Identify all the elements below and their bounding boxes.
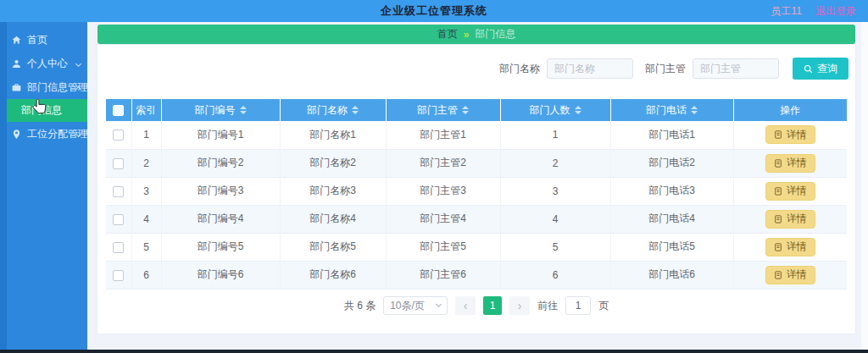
scrollbar[interactable] (861, 22, 868, 353)
next-page-button[interactable]: › (509, 296, 530, 315)
dept-name-input[interactable] (547, 58, 633, 79)
cell-dept-name: 部门名称5 (280, 233, 386, 261)
cell-index: 3 (131, 177, 161, 205)
window-bottom-edge (0, 350, 868, 353)
row-checkbox[interactable] (113, 158, 124, 169)
row-checkbox[interactable] (113, 270, 124, 281)
cell-manager: 部门主管1 (386, 121, 500, 149)
cell-phone: 部门电话5 (610, 233, 733, 261)
row-checkbox[interactable] (113, 214, 124, 225)
location-pin-icon (11, 129, 22, 140)
page-size-value: 10条/页 (390, 299, 425, 313)
sort-icon[interactable] (462, 106, 469, 114)
table-row: 1 部门编号1 部门名称1 部门主管1 1 部门电话1 详情 (106, 121, 847, 149)
goto-label: 前往 (537, 299, 558, 313)
dept-manager-label: 部门主管 (645, 62, 686, 76)
sidebar-item-personal-center[interactable]: 个人中心 (0, 52, 87, 75)
sidebar: 首页 个人中心 部门信息管理 部门信息 工位分配管理 (0, 22, 87, 353)
cell-dept-name: 部门名称4 (280, 205, 386, 233)
cell-dept-no: 部门编号3 (161, 177, 280, 205)
sidebar-item-home[interactable]: 首页 (0, 28, 87, 52)
column-header-dept-name: 部门名称 (280, 99, 386, 121)
sidebar-item-label: 个人中心 (27, 57, 68, 71)
filter-bar: 部门名称 部门主管 查询 (494, 58, 849, 80)
sort-icon[interactable] (575, 106, 581, 114)
pagination: 共 6 条 10条/页 ‹ 1 › 前往 页 (97, 296, 855, 315)
column-header-headcount: 部门人数 (500, 99, 610, 121)
cell-dept-name: 部门名称1 (280, 121, 386, 149)
detail-button[interactable]: 详情 (765, 266, 815, 284)
cell-phone: 部门电话4 (610, 205, 733, 233)
page-size-select[interactable]: 10条/页 (383, 296, 448, 315)
cell-dept-name: 部门名称2 (280, 149, 386, 177)
goto-page-input[interactable] (565, 296, 591, 315)
search-button[interactable]: 查询 (793, 58, 849, 80)
breadcrumb: 首页 » 部门信息 (97, 25, 855, 44)
cell-dept-name: 部门名称6 (280, 261, 386, 289)
content-card: 部门名称 部门主管 查询 (97, 45, 855, 334)
prev-page-button[interactable]: ‹ (455, 296, 476, 315)
sidebar-item-department-management[interactable]: 部门信息管理 (0, 75, 87, 99)
detail-button[interactable]: 详情 (765, 210, 815, 229)
detail-button[interactable]: 详情 (765, 125, 815, 144)
current-user-label: 员工11 (771, 4, 802, 19)
detail-button[interactable]: 详情 (765, 238, 815, 256)
app-title: 企业级工位管理系统 (0, 0, 868, 22)
table-row: 6 部门编号6 部门名称6 部门主管6 6 部门电话6 详情 (106, 261, 847, 289)
sidebar-item-label: 部门信息 (21, 103, 62, 118)
page-number-1[interactable]: 1 (483, 296, 502, 315)
row-checkbox[interactable] (113, 186, 124, 197)
pagination-total: 共 6 条 (344, 299, 376, 313)
dept-manager-input[interactable] (693, 58, 779, 79)
sidebar-item-workstation-allocation[interactable]: 工位分配管理 (0, 122, 87, 146)
detail-button[interactable]: 详情 (765, 154, 815, 173)
briefcase-icon (11, 82, 22, 93)
table-row: 5 部门编号5 部门名称5 部门主管5 5 部门电话5 详情 (106, 233, 847, 261)
main-content: 首页 » 部门信息 部门名称 部门主管 查询 (87, 22, 868, 353)
row-checkbox[interactable] (113, 242, 124, 253)
cell-headcount: 3 (500, 177, 610, 205)
cell-headcount: 5 (500, 233, 610, 261)
cell-headcount: 4 (500, 205, 610, 233)
table-row: 3 部门编号3 部门名称3 部门主管3 3 部门电话3 详情 (106, 177, 847, 205)
cell-manager: 部门主管6 (386, 261, 500, 289)
sort-icon[interactable] (240, 106, 247, 114)
row-checkbox[interactable] (113, 130, 124, 141)
select-all-checkbox[interactable] (113, 105, 124, 116)
document-icon (774, 243, 782, 251)
cell-phone: 部门电话3 (610, 177, 733, 205)
column-header-index: 索引 (131, 99, 161, 121)
document-icon (774, 159, 782, 168)
cell-manager: 部门主管4 (386, 205, 500, 233)
goto-suffix: 页 (598, 299, 609, 313)
cell-dept-no: 部门编号4 (161, 205, 280, 233)
cell-index: 6 (131, 261, 161, 289)
department-table: 索引 部门编号 部门名称 部门主管 部门人数 部门电话 操作 1 (106, 99, 847, 290)
chevron-down-icon (436, 301, 442, 307)
table-row: 4 部门编号4 部门名称4 部门主管4 4 部门电话4 详情 (106, 205, 847, 233)
cell-dept-name: 部门名称3 (280, 177, 386, 205)
sort-icon[interactable] (352, 106, 359, 114)
logout-link[interactable]: 退出登录 (815, 4, 856, 19)
sort-icon[interactable] (691, 106, 698, 114)
table-header-row: 索引 部门编号 部门名称 部门主管 部门人数 部门电话 操作 (106, 99, 847, 121)
document-icon (774, 187, 782, 196)
document-icon (774, 215, 782, 223)
home-icon (11, 35, 22, 46)
dept-name-label: 部门名称 (499, 62, 540, 76)
column-header-phone: 部门电话 (610, 99, 733, 121)
cell-index: 5 (131, 233, 161, 261)
cell-manager: 部门主管5 (386, 233, 500, 261)
cell-dept-no: 部门编号6 (161, 261, 280, 289)
cell-index: 2 (131, 149, 161, 177)
sidebar-item-department-info-active[interactable]: 部门信息 (7, 99, 87, 122)
cell-manager: 部门主管2 (386, 149, 500, 177)
detail-button[interactable]: 详情 (765, 182, 815, 201)
sidebar-item-label: 首页 (27, 33, 47, 47)
cell-dept-no: 部门编号5 (161, 233, 280, 261)
breadcrumb-home-link[interactable]: 首页 (437, 27, 458, 41)
search-icon (804, 64, 813, 74)
table-row: 2 部门编号2 部门名称2 部门主管2 2 部门电话2 详情 (106, 149, 847, 177)
chevron-down-icon (75, 61, 81, 67)
cell-phone: 部门电话1 (610, 121, 733, 149)
